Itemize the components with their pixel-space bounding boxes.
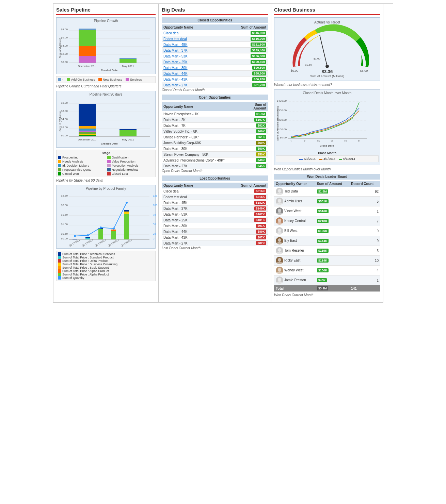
opp-name: United Partners* - 61K* (162, 134, 246, 140)
svg-rect-66 (85, 237, 90, 238)
pipeline-90-legend: Stage Prospecting Qualification Needs An… (56, 150, 156, 177)
closed-deals-caption: Won Opportunities Month over Month (274, 167, 380, 171)
svg-rect-15 (120, 59, 137, 63)
opp-amount: $49K (246, 157, 268, 163)
svg-point-77 (113, 228, 115, 230)
opp-name: Data Mart - 45K (162, 200, 219, 206)
svg-text:50: 50 (153, 223, 156, 226)
svg-text:$2.50: $2.50 (61, 194, 68, 197)
legend-prospecting: Prospecting (58, 156, 105, 159)
leaderboard-table: Opportunity Owner Sum of Amount Record C… (274, 181, 380, 292)
lost-opps-table: Opportunity Name Sum of Amount Cisco dea… (162, 183, 268, 246)
svg-text:$1.00: $1.00 (61, 223, 68, 226)
table-row: Data Mart - 44K$89K (162, 229, 268, 235)
pipeline-growth-svg: $8.00 $6.00 $4.00 $2.00 $0.00 Sum of (Mi… (58, 24, 154, 72)
closed-business-panel: Closed Business Actuals vs Target (271, 4, 383, 303)
legend-addon: Add-On Business (67, 78, 95, 81)
opp-name[interactable]: Data Mart - 25K (162, 59, 219, 65)
table-row: Data Mart - 53K$106,800 (162, 53, 268, 59)
svg-rect-69 (111, 231, 116, 239)
opp-amount: $516,000 (219, 36, 268, 42)
pipeline-growth-caption: Pipeline Growth Current and Prior Quarte… (56, 84, 156, 88)
col-opp-name: Opportunity Name (162, 24, 219, 30)
legend-alpha-prod: Sum of Total Price : Alpha Product (58, 269, 154, 273)
legend-services-label: Services (130, 78, 142, 81)
opp-name[interactable]: Data Mart - 43K (162, 77, 219, 82)
legend-tech-svc: Sum of Total Price : Technical Services (58, 252, 154, 256)
opp-name[interactable]: Cisco deal (162, 30, 219, 36)
opp-amount: $89K (219, 229, 268, 235)
closed-deals-legend: 3/1/2014 4/1/2014 5/1/2014 (276, 155, 379, 162)
table-row: Data Mart - 37K$149,400 (162, 48, 268, 53)
list-item: Vince West$516K1 (274, 206, 380, 216)
open-opps-header: Open Opportunities (162, 95, 268, 100)
table-row: Data Mart - 30K$50K (162, 146, 268, 152)
svg-text:Sum of (Millions): Sum of (Millions) (59, 38, 62, 58)
close-month-label: Close Month (276, 151, 379, 155)
closed-deals-svg: $400.00 $300.00 $200.00 $100.00 $0.00 Su… (276, 96, 371, 151)
stage-label: Stage (58, 151, 154, 155)
opp-name: Data Mart - 27K (162, 240, 219, 246)
opp-name: Data Mart - 7K (162, 123, 246, 129)
col-lost-name: Opportunity Name (162, 183, 219, 188)
open-opps-table: Opportunity Name Sum ofAmount Haven Ente… (162, 102, 268, 169)
pipeline-90-caption: Pipeline by Stage next 90 days (56, 179, 156, 182)
svg-text:$0.00: $0.00 (61, 237, 68, 240)
legend-addon-color (67, 78, 70, 81)
svg-text:$8.00: $8.00 (61, 28, 68, 31)
svg-rect-71 (124, 214, 129, 239)
svg-text:Q3 CY2014: Q3 CY2014 (107, 239, 120, 247)
svg-rect-64 (73, 239, 77, 239)
opp-name: Advanced Interconnections Corp* - 49K* (162, 157, 246, 163)
owner-name: Ted Data (274, 187, 315, 197)
owner-name: Jamie Preston (274, 275, 315, 285)
opp-name[interactable]: Data Mart - 44K (162, 71, 219, 77)
opp-name[interactable]: Fedex test deal (162, 36, 219, 42)
owner-amount: $100K (315, 266, 349, 275)
opp-amount: $516K (219, 194, 268, 200)
legend-dash: - (58, 78, 63, 81)
legend-newbiz-color (98, 78, 102, 81)
table-row: Data Mart - 25K$100,600 (162, 59, 268, 65)
opp-name: Data Mart - 25K (162, 217, 219, 223)
svg-text:$2.00: $2.00 (61, 52, 68, 55)
product-family-chart: Pipeline by Product Family $2.50 $2.00 $… (56, 185, 156, 249)
svg-text:December 20...: December 20... (78, 65, 97, 68)
svg-text:1: 1 (290, 140, 292, 142)
sales-pipeline-title: Sales Pipeline (56, 7, 156, 15)
svg-text:25: 25 (344, 140, 347, 142)
svg-point-85 (325, 65, 329, 68)
opp-name[interactable]: Data Mart - 45K (162, 42, 219, 48)
owner-amount: $184K (315, 236, 349, 246)
opp-name[interactable]: Data Mart - 37K (162, 48, 219, 53)
opp-name: Data Mart - 30K (162, 146, 246, 152)
table-row: Data Mart - 25K$101K (162, 217, 268, 223)
gauge-container: Actuals vs Target $0.00 $0.50 $1.0 (274, 17, 380, 81)
svg-rect-33 (79, 126, 96, 129)
opp-name: Steam Power Company - 50K (162, 152, 246, 157)
svg-text:$400.00: $400.00 (277, 99, 287, 102)
col-open-name: Opportunity Name (162, 102, 246, 111)
owner-count: 92 (349, 187, 380, 197)
opp-name[interactable]: Data Mart - 53K (162, 53, 219, 59)
owner-amount: $3.9M (315, 285, 349, 292)
opp-name[interactable]: Data Mart - 27K (162, 82, 219, 88)
table-row: United Partners* - 61K*$61K (162, 134, 268, 140)
closed-deals-chart: Closed Deals Month over Month $400.00 $3… (274, 89, 380, 165)
legend-april: 4/1/2014 (319, 157, 335, 161)
opp-amount: $100,600 (219, 59, 268, 65)
table-row: Data Mart - 53K$107K (162, 212, 268, 217)
opp-amount: $181,600 (219, 42, 268, 48)
svg-text:$0.00: $0.00 (291, 69, 299, 72)
svg-rect-32 (79, 104, 96, 126)
svg-rect-40 (120, 130, 137, 136)
svg-rect-34 (79, 129, 96, 131)
svg-rect-70 (111, 230, 116, 231)
list-item: Ricky East$114K10 (274, 256, 380, 266)
opp-name[interactable]: Data Mart - 30K (162, 65, 219, 71)
svg-line-84 (320, 35, 327, 66)
list-item: Total$3.9M141 (274, 285, 380, 292)
svg-text:$4.00: $4.00 (61, 44, 68, 47)
open-opps-caption: Open Deals Current Month (162, 169, 268, 173)
opp-name: Data Mart - 2K (162, 117, 246, 123)
